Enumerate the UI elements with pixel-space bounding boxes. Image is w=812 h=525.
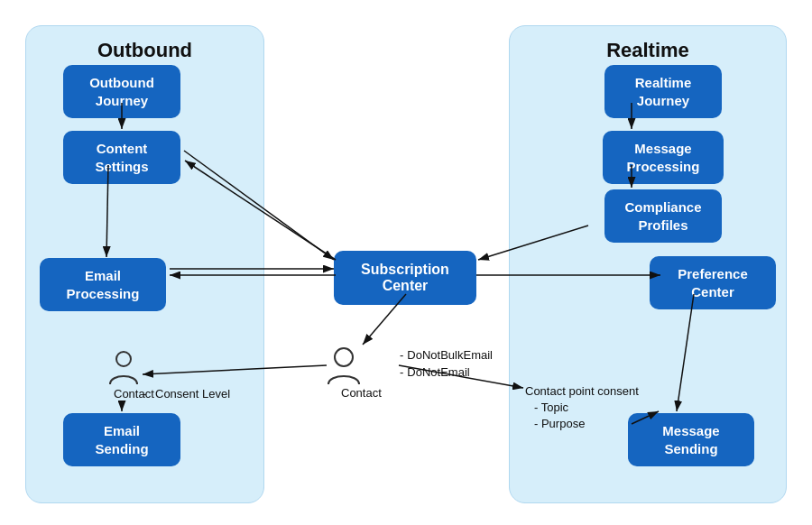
contact-label-center: Contact <box>341 386 382 400</box>
contact-icon-outbound <box>108 350 139 392</box>
realtime-journey-box: Realtime Journey <box>604 65 722 118</box>
consent-level-label: Consent Level <box>155 387 230 401</box>
compliance-profiles-box: Compliance Profiles <box>604 189 722 243</box>
outbound-journey-box: Outbound Journey <box>63 65 180 118</box>
subscription-center-box: Subscription Center <box>334 251 476 305</box>
do-not-email-label: -DoNotEmail <box>400 365 470 379</box>
purpose-label: - Purpose <box>534 417 585 430</box>
do-not-bulk-label: -DoNotBulkEmail <box>400 348 493 362</box>
message-sending-box: Message Sending <box>628 413 754 466</box>
outbound-title: Outbound <box>26 26 263 66</box>
dash-separator: - <box>143 387 146 401</box>
contact-point-label: Contact point consent <box>525 384 639 398</box>
topic-label: - Topic <box>534 401 568 414</box>
svg-point-0 <box>335 348 353 366</box>
realtime-title: Realtime <box>510 26 786 66</box>
email-processing-box: Email Processing <box>40 258 166 311</box>
svg-point-1 <box>116 352 131 366</box>
message-processing-box: Message Processing <box>603 131 724 184</box>
content-settings-box: Content Settings <box>63 131 180 184</box>
diagram-container: Outbound Realtime Outbound Journey Conte… <box>9 9 803 516</box>
email-sending-box: Email Sending <box>63 413 180 466</box>
preference-center-box: Preference Center <box>650 256 776 309</box>
contact-label-outbound: Contact <box>114 387 154 401</box>
